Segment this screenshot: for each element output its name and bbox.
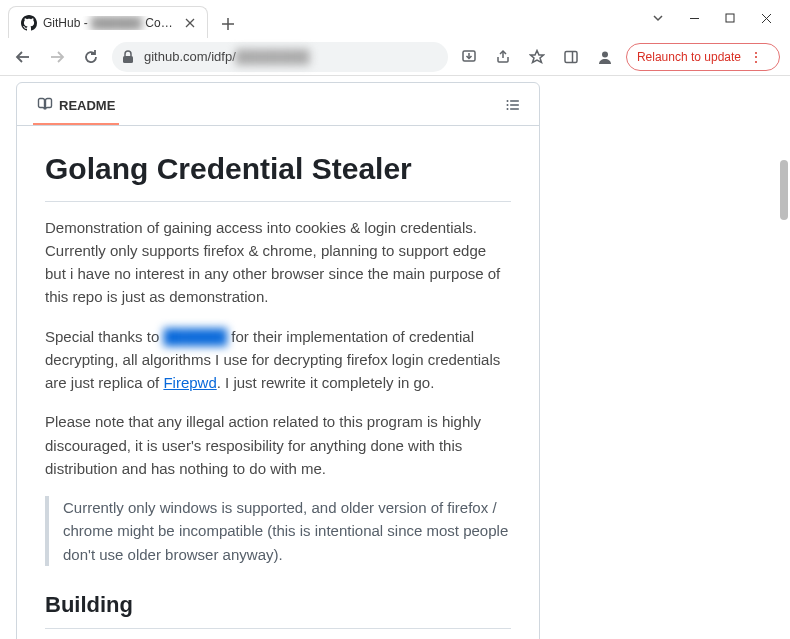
reload-icon[interactable] (78, 44, 104, 70)
svg-point-20 (507, 104, 509, 106)
readme-tab[interactable]: README (33, 91, 119, 125)
install-app-icon[interactable] (456, 44, 482, 70)
close-window-icon[interactable] (748, 4, 784, 32)
firepwd-link[interactable]: Firepwd (163, 374, 216, 391)
paragraph-thanks: Special thanks to ██████ for their imple… (45, 325, 511, 395)
content-scroll[interactable]: README Golang Credential Stealer Demonst… (0, 76, 790, 639)
blockquote-note: Currently only windows is supported, and… (45, 496, 511, 566)
svg-marker-14 (530, 50, 543, 62)
back-icon[interactable] (10, 44, 36, 70)
svg-point-17 (602, 51, 608, 57)
right-gutter (556, 76, 790, 639)
menu-dots-icon: ⋮ (749, 49, 763, 65)
toc-icon[interactable] (499, 91, 527, 119)
svg-rect-10 (123, 56, 133, 63)
page-title: Golang Credential Stealer (45, 146, 511, 202)
forward-icon[interactable] (44, 44, 70, 70)
svg-rect-23 (510, 108, 519, 109)
browser-tab[interactable]: GitHub - ██████ Cookie (8, 6, 208, 38)
browser-toolbar: github.com/idfp/████████ Relaunch to upd… (0, 38, 790, 76)
new-tab-button[interactable] (214, 10, 242, 38)
svg-rect-19 (510, 100, 519, 101)
svg-rect-15 (565, 51, 577, 62)
scrollbar-thumb[interactable] (780, 160, 788, 220)
readme-container: README Golang Credential Stealer Demonst… (16, 82, 540, 639)
book-icon (37, 97, 53, 113)
bookmark-star-icon[interactable] (524, 44, 550, 70)
readme-header: README (17, 83, 539, 126)
relaunch-label: Relaunch to update (637, 50, 741, 64)
minimize-icon[interactable] (676, 4, 712, 32)
paragraph-disclaimer: Please note that any illegal action rela… (45, 410, 511, 480)
maximize-icon[interactable] (712, 4, 748, 32)
lock-icon (122, 50, 136, 64)
paragraph-intro: Demonstration of gaining access into coo… (45, 216, 511, 309)
sidepanel-icon[interactable] (558, 44, 584, 70)
readme-body: Golang Credential Stealer Demonstration … (17, 126, 539, 639)
share-icon[interactable] (490, 44, 516, 70)
window-titlebar: GitHub - ██████ Cookie (0, 0, 790, 38)
url-text: github.com/idfp/████████ (144, 49, 309, 64)
svg-point-22 (507, 108, 509, 110)
github-favicon-icon (21, 15, 37, 31)
profile-icon[interactable] (592, 44, 618, 70)
tab-title: GitHub - ██████ Cookie (43, 16, 173, 30)
page-content: README Golang Credential Stealer Demonst… (0, 76, 556, 639)
svg-rect-5 (726, 14, 734, 22)
address-bar[interactable]: github.com/idfp/████████ (112, 42, 448, 72)
tab-search-icon[interactable] (640, 4, 676, 32)
readme-tab-label: README (59, 98, 115, 113)
svg-point-18 (507, 100, 509, 102)
relaunch-button[interactable]: Relaunch to update ⋮ (626, 43, 780, 71)
close-tab-icon[interactable] (183, 16, 197, 30)
svg-rect-21 (510, 104, 519, 105)
window-controls (640, 4, 784, 32)
heading-building: Building (45, 588, 511, 629)
